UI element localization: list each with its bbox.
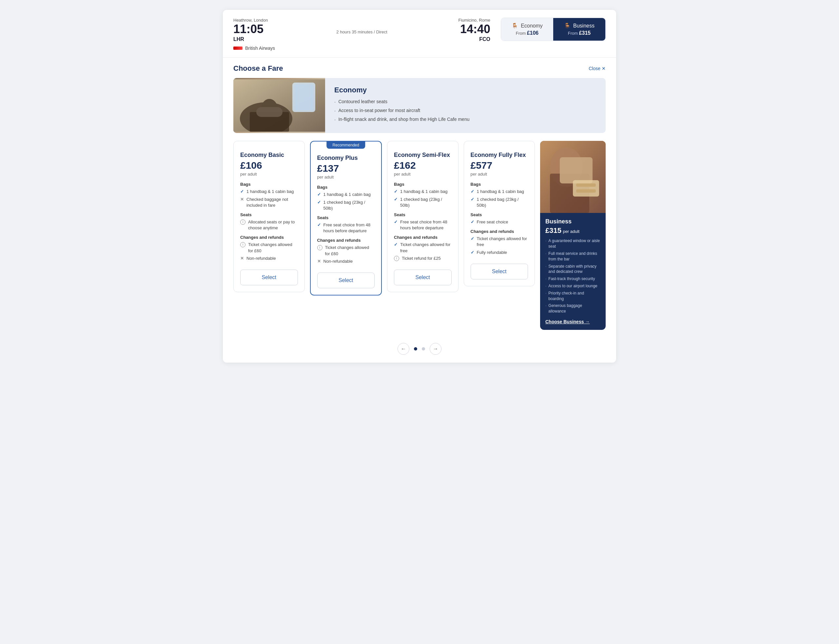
bag-feature-2-basic: ✕ Checked baggage not included in fare [240, 197, 298, 208]
bag-feature-1-semiflex: ✓ 1 handbag & 1 cabin bag [394, 189, 452, 195]
arrival-code: FCO [444, 36, 490, 42]
business-label: 🪑 Business [560, 23, 599, 29]
svg-rect-15 [576, 184, 596, 187]
bags-title-semiflex: Bags [394, 182, 452, 187]
changes-title-plus: Changes and refunds [317, 238, 375, 243]
business-features-list: A guaranteed window or aisle seat Full m… [545, 238, 600, 314]
svg-rect-12 [560, 157, 592, 184]
economy-class-button[interactable]: 🪑 Economy From £106 [501, 18, 553, 41]
duration-text: 2 hours 35 minutes / Direct [279, 30, 444, 34]
card-price-fullyflex: £577 [470, 160, 528, 171]
departure-time: 11:05 [234, 23, 279, 35]
svg-rect-14 [573, 180, 599, 197]
card-price-plus: £137 [317, 163, 375, 174]
seats-title-fullyflex: Seats [470, 212, 528, 217]
check-icon: ✓ [394, 219, 398, 225]
seat-feature-fullyflex: ✓ Free seat choice [470, 219, 528, 225]
card-price-semiflex: £162 [394, 160, 452, 171]
check-icon: ✓ [470, 250, 474, 256]
bags-title-basic: Bags [240, 182, 298, 187]
bags-title-fullyflex: Bags [470, 182, 528, 187]
biz-feature-2: Full meal service and drinks from the ba… [545, 251, 600, 262]
select-button-fullyflex[interactable]: Select [470, 264, 528, 279]
biz-feature-7: Generous baggage allowance [545, 303, 600, 314]
economy-seat-icon: 🪑 [512, 23, 518, 29]
check-icon: ✓ [394, 189, 398, 195]
select-button-semiflex[interactable]: Select [394, 269, 452, 285]
seat-feature-semiflex: ✓ Free seat choice from 48 hours before … [394, 219, 452, 231]
business-cabin-image [540, 141, 605, 213]
departure-city: Heathrow, London [234, 18, 279, 23]
airline-logo-icon [234, 46, 242, 50]
recommended-badge: Recommended [327, 141, 365, 149]
departure-info: Heathrow, London 11:05 LHR [234, 18, 279, 42]
changes-title-fullyflex: Changes and refunds [470, 229, 528, 234]
card-name-plus: Economy Plus [317, 154, 375, 161]
business-card-content: Business £315 per adult A guaranteed win… [540, 213, 605, 330]
page-dot-2[interactable] [422, 347, 425, 350]
prev-arrow-icon: ← [401, 346, 406, 352]
biz-feature-1: A guaranteed window or aisle seat [545, 238, 600, 249]
economy-price: From £106 [508, 30, 547, 36]
departure-code: LHR [234, 36, 279, 42]
fare-section: Choose a Fare Close ✕ [223, 58, 616, 363]
card-name-basic: Economy Basic [240, 152, 298, 159]
bag-feature-2-semiflex: ✓ 1 checked bag (23kg / 50lb) [394, 197, 452, 208]
business-seat-icon: 🪑 [564, 23, 571, 29]
bags-title-plus: Bags [317, 185, 375, 190]
card-per-adult-plus: per adult [317, 174, 375, 179]
business-price: From £315 [560, 30, 599, 36]
next-page-button[interactable]: → [429, 343, 441, 355]
prev-page-button[interactable]: ← [398, 343, 410, 355]
business-class-button[interactable]: 🪑 Business From £315 [553, 18, 605, 41]
business-per-adult: per adult [563, 229, 579, 234]
info-icon: i [240, 220, 245, 225]
change-feature-1-plus: i Ticket changes allowed for £60 [317, 245, 375, 256]
change-feature-1-semiflex: ✓ Ticket changes allowed for free [394, 242, 452, 253]
card-name-fullyflex: Economy Fully Flex [470, 152, 528, 159]
choose-business-button[interactable]: Choose Business → [545, 319, 590, 324]
cross-icon: ✕ [317, 258, 321, 264]
economy-feature-1: Contoured leather seats [334, 99, 469, 106]
change-feature-2-semiflex: i Ticket refund for £25 [394, 256, 452, 261]
bag-feature-2-plus: ✓ 1 checked bag (23kg / 50lb) [317, 199, 375, 211]
business-card-price: £315 [545, 226, 561, 235]
flight-duration: 2 hours 35 minutes / Direct [279, 18, 444, 34]
arrival-info: Fiumicino, Rome 14:40 FCO [444, 18, 490, 42]
card-per-adult-semiflex: per adult [394, 172, 452, 177]
economy-label: 🪑 Economy [508, 23, 547, 29]
seat-feature-basic: i Allocated seats or pay to choose anyti… [240, 219, 298, 231]
changes-title-basic: Changes and refunds [240, 235, 298, 240]
economy-banner-image [234, 78, 325, 133]
check-icon: ✓ [470, 189, 474, 195]
bag-feature-1-plus: ✓ 1 handbag & 1 cabin bag [317, 192, 375, 197]
class-selector: 🪑 Economy From £106 🪑 Business From £315 [501, 18, 605, 41]
close-button[interactable]: Close ✕ [589, 66, 605, 71]
select-button-plus[interactable]: Select [317, 273, 375, 288]
bag-feature-2-fullyflex: ✓ 1 checked bag (23kg / 50lb) [470, 197, 528, 208]
business-card: Business £315 per adult A guaranteed win… [540, 141, 605, 330]
biz-feature-5: Access to our airport lounge [545, 283, 600, 289]
card-price-basic: £106 [240, 160, 298, 171]
cross-icon: ✕ [240, 197, 244, 202]
arrival-city: Fiumicino, Rome [444, 18, 490, 23]
economy-basic-card: Economy Basic £106 per adult Bags ✓ 1 ha… [234, 141, 305, 292]
bag-feature-1-fullyflex: ✓ 1 handbag & 1 cabin bag [470, 189, 528, 195]
select-button-basic[interactable]: Select [240, 269, 298, 285]
card-per-adult-basic: per adult [240, 172, 298, 177]
info-icon: i [317, 245, 322, 250]
svg-rect-7 [256, 107, 283, 117]
change-feature-1-basic: i Ticket changes allowed for £60 [240, 242, 298, 253]
check-icon: ✓ [317, 199, 321, 205]
cross-icon: ✕ [240, 256, 244, 261]
svg-rect-3 [294, 84, 314, 110]
seats-title-plus: Seats [317, 215, 375, 220]
change-feature-1-fullyflex: ✓ Ticket changes allowed for free [470, 236, 528, 248]
economy-semiflex-card: Economy Semi-Flex £162 per adult Bags ✓ … [387, 141, 459, 292]
page-dot-1[interactable] [414, 347, 417, 350]
check-icon: ✓ [394, 242, 398, 248]
info-icon: i [394, 256, 399, 261]
biz-feature-4: Fast-track through security [545, 276, 600, 282]
economy-cabin-photo [234, 78, 325, 133]
change-feature-2-basic: ✕ Non-refundable [240, 256, 298, 261]
